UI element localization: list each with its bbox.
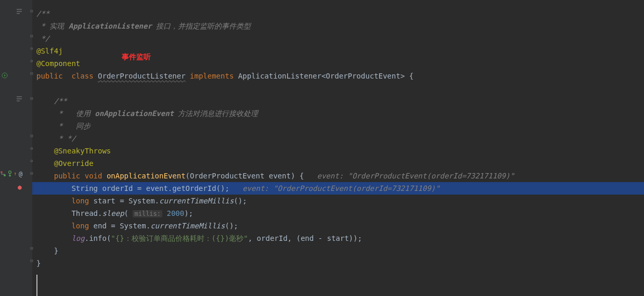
code-line: /** xyxy=(32,95,644,107)
code-line: * 使用 onApplicationEvent 方法对消息进行接收处理 xyxy=(32,107,644,120)
code-line-current: String orderId = event.getOrderId(); eve… xyxy=(32,182,644,195)
code-line: long end = System.currentTimeMillis(); xyxy=(32,220,644,232)
code-line: public class OrderProductListener implem… xyxy=(32,70,644,82)
code-line: @SneakyThrows xyxy=(32,145,644,157)
paragraph-icon xyxy=(16,96,23,102)
code-line: */ xyxy=(32,32,644,45)
code-line: log.info("{}：校验订单商品价格耗时：({})毫秒", orderId… xyxy=(32,232,644,244)
code-editor[interactable]: 事件监听 /** * 实现 ApplicationListener 接口，并指定… xyxy=(32,0,644,296)
param-hint: millis: xyxy=(133,210,162,217)
code-line: /** xyxy=(32,7,644,20)
vcs-icon[interactable] xyxy=(0,171,6,177)
code-line: * */ xyxy=(32,132,644,145)
code-line: @Override xyxy=(32,157,644,170)
code-line: long start = System.currentTimeMillis(); xyxy=(32,195,644,207)
svg-point-3 xyxy=(9,171,11,174)
svg-point-2 xyxy=(4,174,6,176)
code-line: * 实现 ApplicationListener 接口，并指定监听的事件类型 xyxy=(32,20,644,32)
inline-debug-hint: event: "OrderProductEvent(orderId=732171… xyxy=(242,184,440,192)
code-line: } xyxy=(32,257,644,269)
code-line: @Slf4j xyxy=(32,45,644,57)
caret-indicator xyxy=(36,275,37,296)
override-up-icon[interactable]: ↑ xyxy=(14,171,17,176)
code-line xyxy=(32,82,644,95)
code-line: @Component xyxy=(32,57,644,70)
code-line: * 同步 xyxy=(32,120,644,132)
code-line: Thread.sleep( millis: 2000); xyxy=(32,207,644,220)
editor-gutter: ⊟ ⊟ ⊖ ⊖ ⊟ ⊟ ⊟ ⊖ ⊖ ↑ @ ⊟ ● ⊟ ⊟ xyxy=(0,0,32,296)
run-icon[interactable] xyxy=(1,72,8,79)
code-line: public void onApplicationEvent(OrderProd… xyxy=(32,170,644,182)
paragraph-icon xyxy=(16,8,23,15)
inline-debug-hint: event: "OrderProductEvent(orderId=732171… xyxy=(317,172,514,180)
code-line: } xyxy=(32,244,644,257)
breakpoint-icon[interactable]: ● xyxy=(18,183,22,191)
annotation-marker-icon[interactable]: @ xyxy=(19,171,22,178)
svg-point-1 xyxy=(1,171,3,173)
implement-icon[interactable] xyxy=(7,171,12,177)
